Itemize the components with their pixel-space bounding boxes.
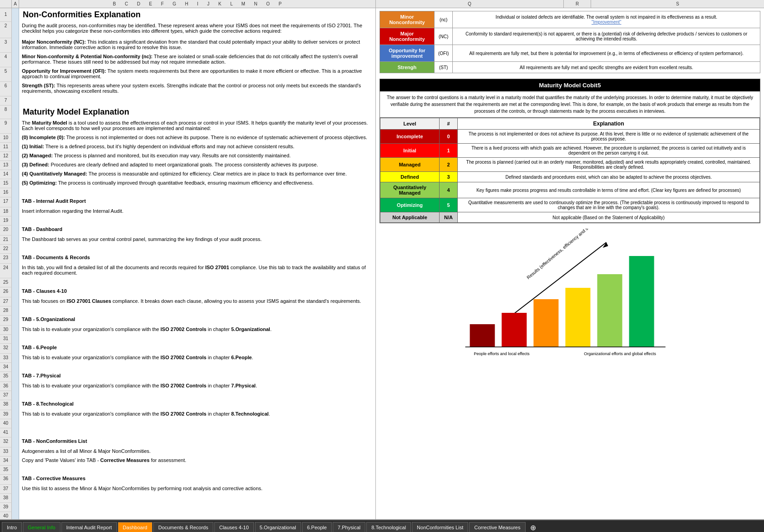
tab-documents-records[interactable]: Documents & Records [153,522,213,532]
col-a-6 [12,82,19,96]
row-num-9: 9 [0,119,12,134]
row-12-content: (2) Managed: The process is planned and … [19,152,376,161]
tab-dashboard[interactable]: Dashboard [118,522,152,532]
row-num-19: 19 [0,216,12,226]
col-a-30 [12,326,19,335]
row-num-7: 7 [0,96,12,105]
maturity-level-name: Optimizing [380,198,440,212]
row-num-2: 2 [0,22,12,38]
row-num-39: 39 [0,410,12,419]
row-41-content [19,428,376,437]
row-44-content: Copy and 'Paste Values' into TAB - Corre… [19,457,376,466]
nc-major-label: MajorNonconformity [380,28,435,45]
tab-6-people[interactable]: 6.People [302,522,332,532]
row-num-12: 12 [0,152,12,161]
row-9-content: The Maturity Model is a tool used to ass… [19,119,376,134]
row-num-26: 26 [0,287,12,297]
col-a-29 [12,316,19,326]
row-num-37: 37 [0,391,12,400]
row-num-31: 31 [0,335,12,344]
row-32-content: TAB - 6.People [19,344,376,354]
maturity-header: Maturity Model Cobit5 [380,79,760,91]
maturity-level-row: Not Applicable N/A Not applicable (Based… [380,212,760,223]
row-num-40: 40 [0,419,12,428]
col-a-47 [12,485,19,494]
row-2-content: During the audit process, non-conformiti… [19,22,376,38]
row-num-21: 21 [0,236,12,245]
col-a-13 [12,161,19,170]
col-a-1 [12,8,19,22]
row-num-14: 14 [0,170,12,179]
row-num-28: 28 [0,306,12,316]
row-39-content: This tab is to evaluate your organizatio… [19,410,376,419]
tab-corrective-measures[interactable]: Corrective Measures [469,522,525,532]
maturity-level-name: Quantitatively Managed [380,182,440,198]
col-a-41 [12,428,19,437]
maturity-level-name: Defined [380,172,440,182]
col-a-11 [12,143,19,152]
row-num-11: 11 [0,143,12,152]
row-3-content: Major Nonconformity (NC): This indicates… [19,38,376,53]
maturity-level-desc: There is a lived process with which goal… [458,144,760,158]
col-a-22 [12,245,19,254]
row-num-3: 3 [0,38,12,53]
tab-general-info[interactable]: General Info [23,522,61,532]
row-33-content: This tab is to evaluate your organizatio… [19,354,376,363]
nc-row-major: MajorNonconformity (NC) Conformity to st… [380,28,760,45]
row-28-content [19,306,376,316]
col-a-35 [12,372,19,382]
maturity-chart-area: Results (effectiveness, efficiency and s… [379,225,760,357]
maturity-col-level: Level [380,118,440,130]
col-a-28 [12,306,19,316]
col-a-15 [12,179,19,188]
row-6-content: Strength (ST): This represents areas whe… [19,82,376,96]
maturity-level-num: N/A [440,212,458,223]
tab-intro[interactable]: Intro [2,522,22,532]
chart-bar-0 [470,324,495,347]
col-header-b: B C D E F G H I J K L M N O P [19,0,376,8]
row-13-content: (3) Defined: Procedures are clearly defi… [19,161,376,170]
col-a-46 [12,475,19,485]
nc-ofi-desc: All requirements are fully met, but ther… [453,45,760,62]
maturity-level-name: Incomplete [380,130,440,144]
row-num-35: 35 [0,372,12,382]
nc-minor-desc: Individual or isolated defects are ident… [453,11,760,28]
col-a-37 [12,391,19,400]
maturity-level-name: Initial [380,144,440,158]
tab-nonconformities[interactable]: NonConformities List [412,522,468,532]
nc-ofi-code: (OFI) [435,45,453,62]
row-num-44: 34 [0,457,12,466]
maturity-level-name: Managed [380,158,440,172]
row-24-content: In this tab, you will find a detailed li… [19,264,376,278]
maturity-level-name: Not Applicable [380,212,440,223]
tab-5-organizational[interactable]: 5.Organizational [255,522,301,532]
col-a-10 [12,134,19,143]
maturity-intro: The answer to the control questions is a… [380,91,760,118]
row-40-content [19,419,376,428]
tab-8-technological[interactable]: 8.Technological [366,522,411,532]
tab-internal-audit[interactable]: Internal Audit Report [61,522,117,532]
row-34-content [19,363,376,372]
col-a-40 [12,419,19,428]
col-a-5 [12,67,19,82]
left-panel: 1 Non-Conformities Explanation 2 During … [0,8,376,519]
add-tab-button[interactable]: ⊕ [526,523,540,532]
nc-minor-code: (nc) [435,11,453,28]
chart-bar-3 [566,288,591,347]
tab-clauses[interactable]: Clauses 4-10 [214,522,254,532]
nc-row-ofi: Opportunity for improvement (OFI) All re… [380,45,760,62]
maturity-col-num: # [440,118,458,130]
col-a-8 [12,105,19,119]
row-35-content: TAB - 7.Physical [19,372,376,382]
tab-7-physical[interactable]: 7.Physical [333,522,365,532]
row-22-content [19,245,376,254]
col-a-24 [12,264,19,278]
row-42-content: TAB - NonConformities List [19,437,376,447]
row-num-4: 4 [0,53,12,67]
tab-bar: Intro General Info Internal Audit Report… [0,519,764,532]
maturity-chart: Results (effectiveness, efficiency and s… [381,229,759,356]
row-30-content: This tab is to evaluate your organizatio… [19,326,376,335]
row-8-content: Maturity Model Explanation [19,105,376,119]
row-num-34: 34 [0,363,12,372]
maturity-level-desc: Quantitative measurements are used to co… [458,198,760,212]
